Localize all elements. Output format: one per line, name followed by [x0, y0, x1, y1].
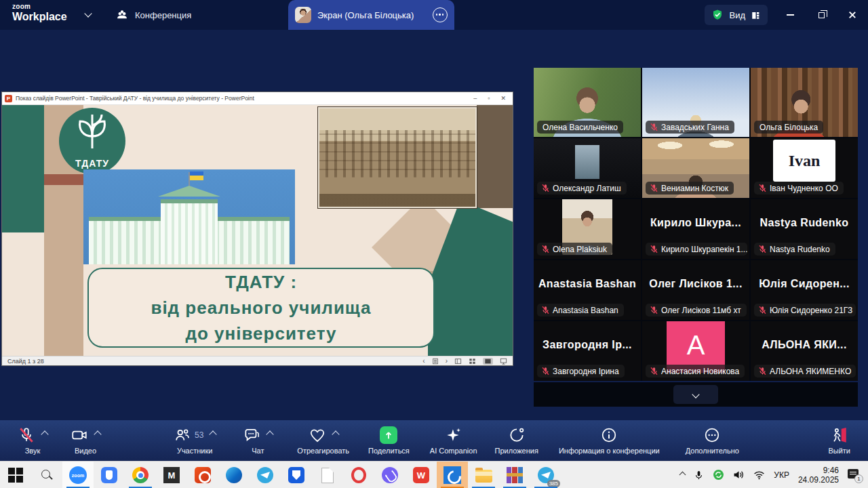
participant-tile-olena-vasylchenko[interactable]: Олена Васильченко [534, 68, 641, 137]
participant-tile-anastasia-novikova[interactable]: A Анастасия Новикова [642, 321, 749, 381]
taskbar-opera-app[interactable] [343, 462, 374, 488]
taskbar-m-app[interactable]: M [156, 462, 187, 488]
react-label: Отреагировать [297, 447, 349, 455]
reading-view-icon[interactable] [483, 358, 493, 365]
participants-options-chevron[interactable] [210, 430, 217, 438]
building-illustration [83, 169, 295, 264]
slide-title-line2: від реального училища [151, 296, 371, 320]
view-button[interactable]: Вид [705, 5, 768, 25]
participant-tile-oleh-lysikov[interactable]: Олег Лисіков 1... Олег Лисіков 11мб хт [642, 260, 749, 320]
participant-avatar-card: Ivan [773, 140, 835, 182]
blue-app-icon [101, 467, 117, 483]
system-tray: УКР 9:46 24.09.2025 1 [680, 462, 868, 488]
chrome-icon [132, 467, 149, 483]
ppt-minimize-button[interactable]: – [473, 96, 477, 102]
slide-menu-icon[interactable] [432, 358, 439, 365]
taskbar-search-button[interactable] [31, 462, 62, 488]
participant-tile-oleksandr-latysh[interactable]: Олександр Латиш [534, 138, 641, 198]
powerpoint-icon: P [5, 95, 12, 102]
taskbar-notes-app[interactable] [312, 462, 343, 488]
video-options-chevron[interactable] [94, 430, 101, 438]
tray-wifi-icon[interactable] [753, 470, 765, 480]
tray-time: 9:46 [798, 466, 839, 475]
tray-mic-icon[interactable] [694, 470, 704, 481]
logo-zoom-text: zoom [12, 3, 67, 10]
taskbar-explorer-app[interactable] [468, 462, 499, 488]
tab-meeting[interactable]: Конференция [115, 0, 191, 30]
participants-button[interactable]: 53 Участники [174, 426, 216, 455]
tab-screen-share[interactable]: Экран (Ольга Білоцька) [288, 0, 454, 30]
leave-button[interactable]: Выйти [828, 426, 850, 455]
tab-meeting-label: Конференция [135, 10, 191, 20]
audio-button[interactable]: Звук [18, 426, 47, 455]
taskbar-chrome-app[interactable] [125, 462, 156, 488]
tray-antivirus-icon[interactable] [713, 469, 724, 481]
slideshow-view-icon[interactable] [500, 358, 507, 365]
muted-mic-icon [758, 367, 767, 375]
taskbar-office-app[interactable] [187, 462, 218, 488]
powerpoint-titlebar: P Показ слайдів PowerPoint - Таврійський… [2, 92, 513, 105]
share-label: Поделиться [368, 447, 410, 455]
building-center [161, 199, 218, 264]
chat-button[interactable]: Чат [243, 426, 273, 455]
muted-mic-icon [541, 184, 550, 192]
language-indicator[interactable]: УКР [774, 470, 789, 480]
participant-tile-yuliia-sydorenko[interactable]: Юлія Сидорен... Юлія Сидоренко 21ГЗ [751, 260, 858, 320]
audio-options-chevron[interactable] [41, 430, 48, 438]
participant-tile-zavadskykh-hanna[interactable]: Завадських Ганна [642, 68, 749, 137]
notification-center-button[interactable]: 1 [848, 469, 861, 481]
taskbar-edge-app[interactable] [218, 462, 250, 488]
minimize-button[interactable] [774, 0, 806, 30]
participant-name-label: Завадських Ганна [661, 123, 729, 132]
apps-button[interactable]: Приложения [495, 426, 538, 455]
tray-expand-chevron[interactable] [679, 472, 686, 479]
chat-options-chevron[interactable] [267, 430, 274, 438]
slide-sorter-icon[interactable] [469, 358, 476, 365]
muted-mic-icon [758, 184, 767, 192]
taskbar-zoom-app[interactable]: zoom [62, 462, 94, 488]
close-button[interactable] [837, 0, 868, 30]
participant-tile-anastasia-bashan[interactable]: Anastasia Bashan Anastasia Bashan [534, 260, 641, 320]
participant-display-name: Юлія Сидорен... [751, 278, 858, 290]
participant-tile-ivan-chudnenko[interactable]: Ivan Іван Чудненко ОО [751, 138, 858, 198]
participant-tile-olena-plaksiuk[interactable]: Olena Plaksiuk [534, 199, 641, 259]
taskbar-winrar-app[interactable] [499, 462, 530, 488]
participant-tile-alona-yakymenko[interactable]: АЛЬОНА ЯКИ... АЛЬОНА ЯКИМЕНКО [751, 321, 858, 381]
share-button[interactable]: Поделиться [368, 426, 410, 455]
folder-icon [475, 470, 492, 483]
normal-view-icon[interactable] [454, 358, 462, 365]
taskbar-wps-app[interactable]: W [406, 462, 437, 488]
ppt-restore-button[interactable]: ▫ [488, 96, 490, 102]
video-button[interactable]: Видео [71, 426, 100, 455]
taskbar-shield-app[interactable] [281, 462, 312, 488]
prev-slide-button[interactable]: ‹ [422, 358, 425, 365]
react-button[interactable]: Отреагировать [297, 426, 349, 455]
office-icon [195, 467, 211, 483]
taskbar-telegram-desktop-app[interactable]: 385 [530, 462, 561, 488]
taskbar-viber-app[interactable] [374, 462, 406, 488]
document-icon [321, 468, 334, 483]
taskbar-telegram-app[interactable] [250, 462, 281, 488]
participant-tile-zavhorodnia-iryna[interactable]: Завгородня Ір... Завгородня Ірина [534, 321, 641, 381]
taskbar-blue-app[interactable] [94, 462, 125, 488]
ppt-close-button[interactable]: ✕ [500, 96, 506, 102]
participant-tile-nastya-rudenko[interactable]: Nastya Rudenko Nastya Rudenko [751, 199, 858, 259]
tab-options-button[interactable] [433, 7, 448, 22]
collapse-gallery-button[interactable] [673, 385, 718, 404]
react-options-chevron[interactable] [332, 430, 339, 438]
participant-tile-veniamin-kostiuk[interactable]: Вениамин Костюк [642, 138, 749, 198]
start-button[interactable] [0, 462, 31, 488]
slide-shape-teal-bar [2, 105, 44, 232]
participant-tile-olha-bilotska[interactable]: Ольга Білоцька [751, 68, 858, 137]
taskbar-recorder-app[interactable] [437, 462, 468, 488]
more-button[interactable]: Дополнительно [686, 426, 739, 455]
restore-button[interactable] [806, 0, 837, 30]
tray-clock[interactable]: 9:46 24.09.2025 [798, 466, 839, 485]
chevron-down-icon [692, 390, 699, 398]
tray-volume-icon[interactable] [733, 470, 745, 480]
ai-companion-button[interactable]: AI Companion [430, 426, 477, 455]
workspace-chevron-icon[interactable] [84, 9, 92, 17]
meeting-info-button[interactable]: Информация о конференции [559, 426, 660, 455]
participant-tile-kyrylo-shkurapekin[interactable]: Кирило Шкура... Кирило Шкурапекін 1... [642, 199, 749, 259]
next-slide-button[interactable]: › [446, 358, 448, 365]
